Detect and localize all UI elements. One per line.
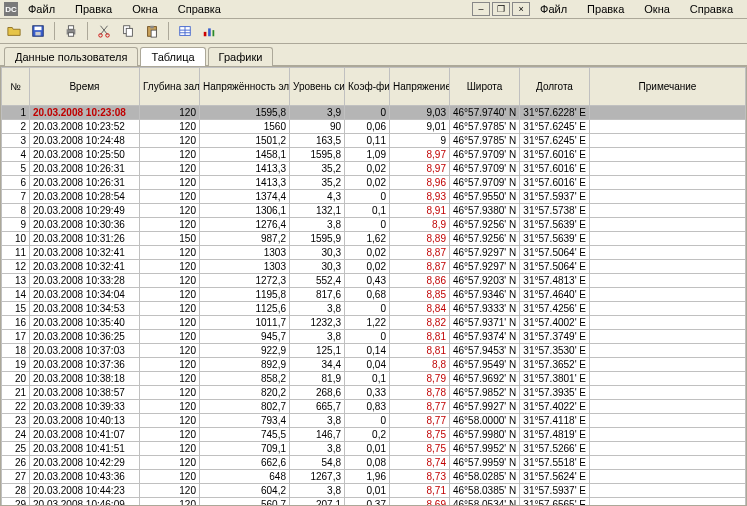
table-cell: 3,8 [290,414,345,428]
table-cell: 31°57.4813' E [520,274,590,288]
column-header[interactable]: Напряжённость эл. магнитного поля генера… [200,68,290,106]
table-row[interactable]: 1820.03.2008 10:37:03120922,9125,10,148,… [2,344,746,358]
column-header[interactable]: Широта [450,68,520,106]
table-cell: 922,9 [200,344,290,358]
menu-правка[interactable]: Правка [587,3,624,15]
menu-окна[interactable]: Окна [644,3,670,15]
table-row[interactable]: 420.03.2008 10:25:501201458,11595,81,098… [2,148,746,162]
minimize-button[interactable]: – [472,2,490,16]
table-row[interactable]: 1220.03.2008 10:32:41120130330,30,028,87… [2,260,746,274]
column-header[interactable]: Долгота [520,68,590,106]
menu-item[interactable]: Справка [178,3,221,15]
column-header[interactable]: Уровень сигнала приёмника, mV [290,68,345,106]
table-cell [590,162,746,176]
open-button[interactable] [4,21,24,41]
table-row[interactable]: 1920.03.2008 10:37:36120892,934,40,048,8… [2,358,746,372]
table-row[interactable]: 1620.03.2008 10:35:401201011,71232,31,22… [2,316,746,330]
table-cell: 20.03.2008 10:26:31 [30,176,140,190]
table-row[interactable]: 320.03.2008 10:24:481201501,2163,50,1194… [2,134,746,148]
chart-button[interactable] [199,21,219,41]
table-row[interactable]: 2620.03.2008 10:42:29120662,654,80,088,7… [2,456,746,470]
table-cell: 648 [200,470,290,484]
table-cell [590,442,746,456]
table-cell [590,498,746,507]
table-cell [590,190,746,204]
save-button[interactable] [28,21,48,41]
table-row[interactable]: 120.03.2008 10:23:081201595,83,909,0346°… [2,106,746,120]
table-cell: 9,01 [390,120,450,134]
table-row[interactable]: 2520.03.2008 10:41:51120709,13,80,018,75… [2,442,746,456]
table-row[interactable]: 2220.03.2008 10:39:33120802,7665,70,838,… [2,400,746,414]
table-cell: 8,75 [390,428,450,442]
table-cell: 46°57.9203' N [450,274,520,288]
table-row[interactable]: 620.03.2008 10:26:311201413,335,20,028,9… [2,176,746,190]
table-cell: 46°57.9371' N [450,316,520,330]
tab[interactable]: Графики [208,47,274,66]
table-cell: 120 [140,372,200,386]
column-header[interactable]: Время [30,68,140,106]
table-cell: 8,84 [390,302,450,316]
table-cell: 81,9 [290,372,345,386]
table-cell: 0,02 [345,162,390,176]
tab[interactable]: Таблица [140,47,205,66]
table-cell: 31°57.3652' E [520,358,590,372]
table-cell: 8,86 [390,274,450,288]
table-cell: 662,6 [200,456,290,470]
table-row[interactable]: 1320.03.2008 10:33:281201272,3552,40,438… [2,274,746,288]
menu-файл[interactable]: Файл [540,3,567,15]
menu-справка[interactable]: Справка [690,3,733,15]
table-cell: 31°57.3801' E [520,372,590,386]
table-row[interactable]: 520.03.2008 10:26:311201413,335,20,028,9… [2,162,746,176]
table-cell: 604,2 [200,484,290,498]
table-cell: 20.03.2008 10:26:31 [30,162,140,176]
table-row[interactable]: 1720.03.2008 10:36:25120945,73,808,8146°… [2,330,746,344]
svg-rect-5 [68,33,73,37]
column-header[interactable]: Коэф-фициент [345,68,390,106]
table-row[interactable]: 920.03.2008 10:30:361201276,43,808,946°5… [2,218,746,232]
table-row[interactable]: 2320.03.2008 10:40:13120793,43,808,7746°… [2,414,746,428]
table-cell: 20.03.2008 10:36:25 [30,330,140,344]
table-row[interactable]: 1520.03.2008 10:34:531201125,63,808,8446… [2,302,746,316]
column-header[interactable]: Глубина залегания трубопровода, см [140,68,200,106]
menu-item[interactable]: Файл [28,3,55,15]
table-row[interactable]: 1020.03.2008 10:31:26150987,21595,91,628… [2,232,746,246]
table-cell: 46°57.9453' N [450,344,520,358]
table-cell: 0,43 [345,274,390,288]
table-cell: 0,33 [345,386,390,400]
table-cell: 31°57.5064' E [520,246,590,260]
print-button[interactable] [61,21,81,41]
table-cell: 0 [345,106,390,120]
table-row[interactable]: 2120.03.2008 10:38:57120820,2268,60,338,… [2,386,746,400]
table-cell: 0,01 [345,442,390,456]
copy-button[interactable] [118,21,138,41]
table-row[interactable]: 2920.03.2008 10:46:09120560,7207,10,378,… [2,498,746,507]
column-header[interactable]: № [2,68,30,106]
restore-button[interactable]: ❐ [492,2,510,16]
paste-button[interactable] [142,21,162,41]
cut-button[interactable] [94,21,114,41]
table-row[interactable]: 1120.03.2008 10:32:41120130330,30,028,87… [2,246,746,260]
menu-item[interactable]: Окна [132,3,158,15]
table-cell: 46°57.9297' N [450,246,520,260]
tab[interactable]: Данные пользователя [4,47,138,66]
column-header[interactable]: Напряжение питания, V [390,68,450,106]
table-row[interactable]: 1420.03.2008 10:34:041201195,8817,60,688… [2,288,746,302]
table-row[interactable]: 220.03.2008 10:23:521201560900,069,0146°… [2,120,746,134]
table-cell: 0 [345,302,390,316]
table-cell: 20.03.2008 10:37:36 [30,358,140,372]
table-cell: 8,96 [390,176,450,190]
close-button[interactable]: × [512,2,530,16]
table-row[interactable]: 2820.03.2008 10:44:23120604,23,80,018,71… [2,484,746,498]
table-row[interactable]: 2720.03.2008 10:43:361206481267,31,968,7… [2,470,746,484]
tab-strip: Данные пользователяТаблицаГрафики [0,44,747,66]
menu-item[interactable]: Правка [75,3,112,15]
table-cell: 31°57.5738' E [520,204,590,218]
column-header[interactable]: Примечание [590,68,746,106]
table-cell: 8,85 [390,288,450,302]
table-row[interactable]: 2020.03.2008 10:38:18120858,281,90,18,79… [2,372,746,386]
table-row[interactable]: 820.03.2008 10:29:491201306,1132,10,18,9… [2,204,746,218]
table-row[interactable]: 720.03.2008 10:28:541201374,44,308,9346°… [2,190,746,204]
table-button[interactable] [175,21,195,41]
table-cell: 24 [2,428,30,442]
table-row[interactable]: 2420.03.2008 10:41:07120745,5146,70,28,7… [2,428,746,442]
